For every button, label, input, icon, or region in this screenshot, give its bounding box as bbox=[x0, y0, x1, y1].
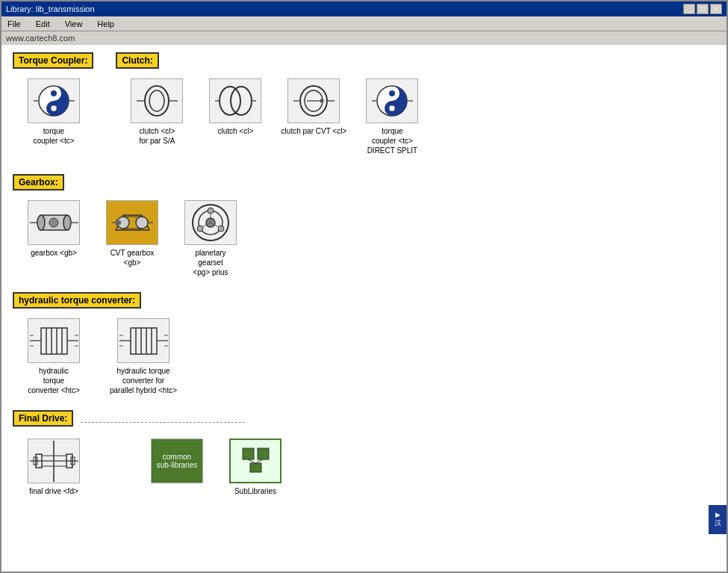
svg-rect-79 bbox=[258, 448, 269, 459]
final-drive-label-text: final drive <fd> bbox=[29, 486, 78, 496]
svg-line-82 bbox=[255, 459, 263, 463]
item-clutch-par-sa[interactable]: clutch <cl>for par S/A bbox=[123, 78, 190, 155]
sub-libraries-label: SubLibraries bbox=[234, 486, 276, 496]
item-planetary[interactable]: planetarygearset<pg> prius bbox=[177, 200, 244, 277]
final-drive-label: Final Drive: bbox=[13, 410, 73, 427]
main-window: Library: lib_transmission _ □ × File Edi… bbox=[0, 0, 728, 573]
sidebar-arrow[interactable]: ▶汉 bbox=[709, 505, 727, 534]
window-title: Library: lib_transmission bbox=[6, 4, 95, 13]
clutch-label: Clutch: bbox=[116, 52, 158, 69]
svg-point-20 bbox=[389, 90, 395, 96]
htc-label: hydraulictorqueconverter <htc> bbox=[28, 366, 79, 395]
item-htc-parallel[interactable]: hydraulic torqueconverter forparallel hy… bbox=[99, 318, 188, 395]
final-drive-items: final drive <fd> commonsub-libraries bbox=[20, 439, 715, 496]
menu-bar: File Edit View Help bbox=[1, 16, 727, 31]
svg-point-6 bbox=[149, 90, 164, 111]
clutch-par-sa-icon bbox=[131, 78, 183, 123]
gearbox-items: gearbox <gb> bbox=[20, 200, 715, 277]
window-controls: _ □ × bbox=[683, 4, 722, 14]
htc-parallel-label: hydraulic torqueconverter forparallel hy… bbox=[110, 366, 177, 395]
svg-point-21 bbox=[389, 105, 395, 111]
cvt-gearbox-label: CVT gearbox<gb> bbox=[111, 248, 155, 267]
svg-point-31 bbox=[136, 217, 148, 229]
top-sections: Torque Coupler: bbox=[13, 52, 715, 170]
menu-view[interactable]: View bbox=[62, 19, 86, 29]
svg-point-42 bbox=[197, 226, 203, 232]
item-sub-libraries[interactable]: SubLibraries bbox=[222, 439, 289, 496]
clutch-cl-icon bbox=[209, 78, 261, 123]
clutch-items: clutch <cl>for par S/A clutch bbox=[123, 78, 426, 155]
gearbox-label: Gearbox: bbox=[13, 174, 64, 191]
item-htc[interactable]: hydraulictorqueconverter <htc> bbox=[20, 318, 87, 395]
gearbox-icon bbox=[28, 200, 80, 245]
item-torque-coupler[interactable]: torquecoupler <tc> bbox=[20, 78, 87, 146]
menu-edit[interactable]: Edit bbox=[33, 19, 53, 29]
htc-parallel-icon bbox=[117, 318, 169, 363]
menu-help[interactable]: Help bbox=[94, 19, 117, 29]
cvt-gearbox-icon bbox=[106, 200, 158, 245]
htc-icon bbox=[28, 318, 80, 363]
section-torque-coupler: Torque Coupler: bbox=[13, 52, 93, 146]
torque-coupler-label: Torque Coupler: bbox=[13, 52, 93, 69]
menu-file[interactable]: File bbox=[4, 19, 24, 29]
svg-point-26 bbox=[37, 215, 45, 230]
watermark-bar: www.cartech8.com bbox=[1, 31, 727, 45]
torque-coupler-items: torquecoupler <tc> bbox=[20, 78, 93, 146]
item-clutch-cl[interactable]: clutch <cl> bbox=[202, 78, 269, 155]
final-drive-icon bbox=[28, 439, 80, 483]
clutch-par-cvt-label: clutch par CVT <cl> bbox=[281, 126, 347, 136]
item-gearbox[interactable]: gearbox <gb> bbox=[20, 200, 87, 277]
clutch-par-sa-label: clutch <cl>for par S/A bbox=[140, 126, 175, 146]
svg-rect-80 bbox=[250, 463, 261, 472]
section-hydraulic: hydraulic torque converter: bbox=[13, 292, 715, 395]
item-cvt-gearbox[interactable]: CVT gearbox<gb> bbox=[99, 200, 166, 277]
planetary-label: planetarygearset<pg> prius bbox=[193, 248, 228, 277]
watermark-text: www.cartech8.com bbox=[6, 34, 75, 43]
hydraulic-label: hydraulic torque converter: bbox=[13, 292, 141, 309]
title-bar: Library: lib_transmission _ □ × bbox=[1, 1, 727, 16]
svg-line-81 bbox=[248, 459, 255, 463]
svg-point-1 bbox=[51, 90, 57, 96]
svg-rect-58 bbox=[131, 328, 157, 354]
torque-coupler-icon bbox=[28, 78, 80, 123]
section-clutch: Clutch: clutch <cl>for par S/A bbox=[116, 52, 426, 155]
svg-rect-47 bbox=[41, 328, 67, 354]
common-sub-libraries-icon: commonsub-libraries bbox=[151, 439, 203, 483]
svg-point-27 bbox=[63, 215, 71, 230]
minimize-button[interactable]: _ bbox=[683, 4, 695, 14]
section-gearbox: Gearbox: bbox=[13, 174, 715, 277]
svg-point-41 bbox=[218, 226, 224, 232]
item-clutch-par-cvt[interactable]: clutch par CVT <cl> bbox=[280, 78, 347, 155]
clutch-cl-label: clutch <cl> bbox=[218, 126, 254, 136]
section-final-drive: Final Drive: bbox=[13, 410, 715, 496]
item-common-sub-libraries[interactable]: commonsub-libraries bbox=[143, 439, 211, 496]
gearbox-label-text: gearbox <gb> bbox=[31, 248, 77, 258]
maximize-button[interactable]: □ bbox=[697, 4, 709, 14]
torque-coupler-label-text: torquecoupler <tc> bbox=[33, 126, 74, 146]
main-content: Torque Coupler: bbox=[1, 45, 727, 572]
svg-rect-78 bbox=[243, 448, 254, 459]
sub-libraries-icon bbox=[229, 439, 281, 483]
planetary-icon bbox=[184, 200, 237, 245]
clutch-par-cvt-icon bbox=[287, 78, 340, 123]
torque-coupler-direct-icon bbox=[366, 78, 418, 123]
close-button[interactable]: × bbox=[710, 4, 722, 14]
svg-point-2 bbox=[51, 105, 57, 111]
svg-point-40 bbox=[208, 208, 214, 214]
hydraulic-items: hydraulictorqueconverter <htc> bbox=[20, 318, 715, 395]
svg-point-28 bbox=[49, 218, 58, 227]
item-torque-coupler-direct[interactable]: torquecoupler <tc>DIRECT SPLIT bbox=[358, 78, 426, 155]
item-final-drive[interactable]: final drive <fd> bbox=[20, 439, 87, 496]
torque-coupler-direct-label: torquecoupler <tc>DIRECT SPLIT bbox=[367, 126, 418, 155]
